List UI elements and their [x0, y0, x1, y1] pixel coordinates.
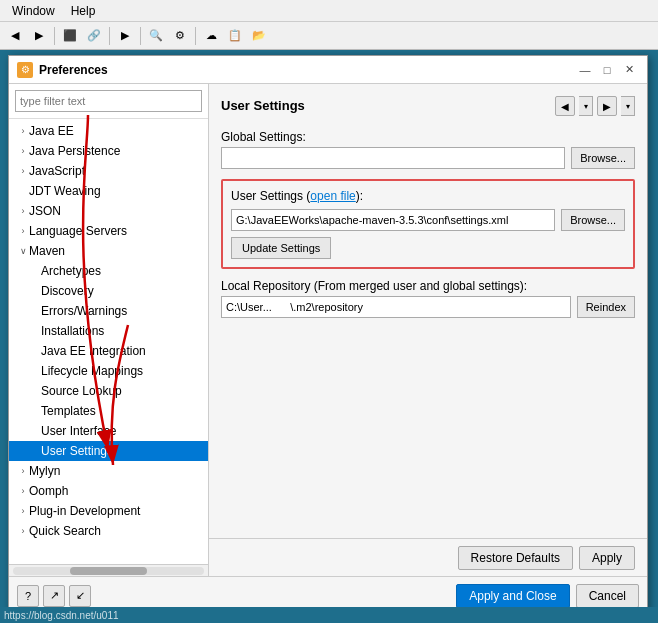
left-scrollbar[interactable] — [9, 564, 208, 576]
tree-item-lifecycle-mappings[interactable]: Lifecycle Mappings — [9, 361, 208, 381]
search-input[interactable] — [15, 90, 202, 112]
tree-label-maven: Maven — [29, 244, 65, 258]
statusbar: https://blog.csdn.net/u011 — [0, 607, 658, 623]
tree-item-quick-search[interactable]: › Quick Search — [9, 521, 208, 541]
tree-item-javascript[interactable]: › JavaScript — [9, 161, 208, 181]
tree-item-language-servers[interactable]: › Language Servers — [9, 221, 208, 241]
toolbar-btn-1[interactable]: ⬛ — [59, 25, 81, 47]
search-box — [9, 84, 208, 119]
toolbar-sep-4 — [195, 27, 196, 45]
left-panel: › Java EE › Java Persistence › JavaScrip… — [9, 84, 209, 576]
tree-item-installations[interactable]: Installations — [9, 321, 208, 341]
open-file-link[interactable]: open file — [310, 189, 355, 203]
scrollbar-thumb — [70, 567, 146, 575]
tree-arrow-errors-warnings — [29, 305, 41, 317]
update-settings-button[interactable]: Update Settings — [231, 237, 331, 259]
tree-arrow-discovery — [29, 285, 41, 297]
tree-item-plugin-development[interactable]: › Plug-in Development — [9, 501, 208, 521]
nav-forward-dropdown[interactable]: ▾ — [621, 96, 635, 116]
tree-arrow-templates — [29, 405, 41, 417]
tree-label-java-persistence: Java Persistence — [29, 144, 120, 158]
global-browse-button[interactable]: Browse... — [571, 147, 635, 169]
maximize-button[interactable]: □ — [597, 61, 617, 79]
apply-button[interactable]: Apply — [579, 546, 635, 570]
toolbar-back[interactable]: ◀ — [4, 25, 26, 47]
export-button[interactable]: ↗ — [43, 585, 65, 607]
tree-arrow-java-ee: › — [17, 125, 29, 137]
user-settings-input[interactable] — [231, 209, 555, 231]
tree-item-mylyn[interactable]: › Mylyn — [9, 461, 208, 481]
restore-defaults-button[interactable]: Restore Defaults — [458, 546, 573, 570]
nav-back-button[interactable]: ◀ — [555, 96, 575, 116]
nav-forward-button[interactable]: ▶ — [597, 96, 617, 116]
toolbar-btn-5[interactable]: 📂 — [248, 25, 270, 47]
reindex-button[interactable]: Reindex — [577, 296, 635, 318]
tree-item-java-ee[interactable]: › Java EE — [9, 121, 208, 141]
toolbar-settings[interactable]: ⚙ — [169, 25, 191, 47]
local-repo-input[interactable] — [221, 296, 571, 318]
tree-item-java-persistence[interactable]: › Java Persistence — [9, 141, 208, 161]
menu-window[interactable]: Window — [4, 2, 63, 20]
tree-item-java-ee-integration[interactable]: Java EE Integration — [9, 341, 208, 361]
tree-arrow-language-servers: › — [17, 225, 29, 237]
global-settings-input[interactable] — [221, 147, 565, 169]
global-settings-section: Global Settings: Browse... — [221, 130, 635, 169]
tree-item-user-settings[interactable]: User Settings — [9, 441, 208, 461]
tree-arrow-lifecycle-mappings — [29, 365, 41, 377]
dialog-body: › Java EE › Java Persistence › JavaScrip… — [9, 84, 647, 576]
user-browse-button[interactable]: Browse... — [561, 209, 625, 231]
tree-item-source-lookup[interactable]: Source Lookup — [9, 381, 208, 401]
tree-arrow-quick-search: › — [17, 525, 29, 537]
tree-label-user-interface: User Interface — [41, 424, 116, 438]
tree-label-source-lookup: Source Lookup — [41, 384, 122, 398]
toolbar-search[interactable]: 🔍 — [145, 25, 167, 47]
user-settings-row: Browse... — [231, 209, 625, 231]
tree-item-jdt-weaving[interactable]: JDT Weaving — [9, 181, 208, 201]
apply-close-button[interactable]: Apply and Close — [456, 584, 569, 608]
minimize-button[interactable]: — — [575, 61, 595, 79]
tree-arrow-json: › — [17, 205, 29, 217]
toolbar-btn-2[interactable]: 🔗 — [83, 25, 105, 47]
tree-arrow-archetypes — [29, 265, 41, 277]
toolbar-run[interactable]: ▶ — [114, 25, 136, 47]
tree-item-user-interface[interactable]: User Interface — [9, 421, 208, 441]
tree-label-templates: Templates — [41, 404, 96, 418]
cancel-button[interactable]: Cancel — [576, 584, 639, 608]
nav-back-dropdown[interactable]: ▾ — [579, 96, 593, 116]
tree-arrow-java-ee-integration — [29, 345, 41, 357]
tree-item-discovery[interactable]: Discovery — [9, 281, 208, 301]
help-button[interactable]: ? — [17, 585, 39, 607]
tree-area: › Java EE › Java Persistence › JavaScrip… — [9, 119, 208, 564]
tree-arrow-oomph: › — [17, 485, 29, 497]
tree-item-errors-warnings[interactable]: Errors/Warnings — [9, 301, 208, 321]
right-panel: User Settings ◀ ▾ ▶ ▾ Global Settings: B… — [209, 84, 647, 576]
user-settings-group-label: User Settings (open file): — [231, 189, 625, 203]
tree-item-archetypes[interactable]: Archetypes — [9, 261, 208, 281]
toolbar-sep-2 — [109, 27, 110, 45]
tree-label-mylyn: Mylyn — [29, 464, 60, 478]
tree-arrow-mylyn: › — [17, 465, 29, 477]
local-repo-label: Local Repository (From merged user and g… — [221, 279, 635, 293]
toolbar: ◀ ▶ ⬛ 🔗 ▶ 🔍 ⚙ ☁ 📋 📂 — [0, 22, 658, 50]
tree-label-java-ee-integration: Java EE Integration — [41, 344, 146, 358]
tree-item-json[interactable]: › JSON — [9, 201, 208, 221]
import-button[interactable]: ↙ — [69, 585, 91, 607]
menu-help[interactable]: Help — [63, 2, 104, 20]
bottom-icons: ? ↗ ↙ — [17, 585, 91, 607]
tree-item-oomph[interactable]: › Oomph — [9, 481, 208, 501]
tree-item-templates[interactable]: Templates — [9, 401, 208, 421]
dialog-title: Preferences — [39, 63, 575, 77]
tree-arrow-installations — [29, 325, 41, 337]
toolbar-btn-4[interactable]: 📋 — [224, 25, 246, 47]
scrollbar-track — [13, 567, 204, 575]
tree-arrow-jdt-weaving — [17, 185, 29, 197]
tree-label-javascript: JavaScript — [29, 164, 85, 178]
tree-arrow-plugin-development: › — [17, 505, 29, 517]
close-button[interactable]: ✕ — [619, 61, 639, 79]
tree-item-maven[interactable]: ∨ Maven — [9, 241, 208, 261]
tree-arrow-java-persistence: › — [17, 145, 29, 157]
statusbar-text: https://blog.csdn.net/u011 — [4, 610, 119, 621]
toolbar-forward[interactable]: ▶ — [28, 25, 50, 47]
dialog-titlebar: ⚙ Preferences — □ ✕ — [9, 56, 647, 84]
toolbar-btn-3[interactable]: ☁ — [200, 25, 222, 47]
